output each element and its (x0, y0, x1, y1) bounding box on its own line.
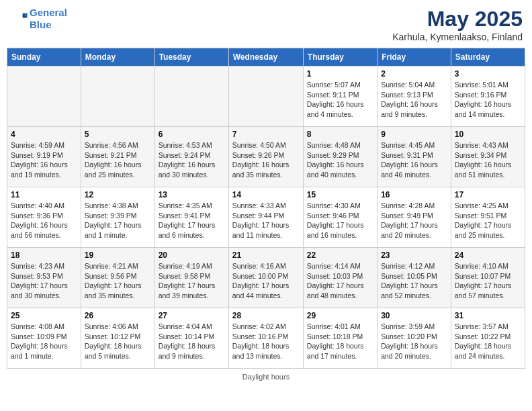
main-title: May 2025 (392, 7, 523, 32)
day-details: Sunrise: 4:14 AM Sunset: 10:03 PM Daylig… (307, 261, 373, 301)
day-number: 14 (232, 190, 300, 199)
calendar-table: SundayMondayTuesdayWednesdayThursdayFrid… (7, 48, 525, 369)
logo-text-line2: Blue (30, 19, 67, 31)
day-number: 9 (381, 130, 447, 139)
day-cell-5: 5Sunrise: 4:56 AM Sunset: 9:21 PM Daylig… (81, 127, 154, 187)
day-details: Sunrise: 4:08 AM Sunset: 10:09 PM Daylig… (11, 322, 77, 361)
day-details: Sunrise: 4:38 AM Sunset: 9:39 PM Dayligh… (85, 201, 151, 240)
day-cell-16: 16Sunrise: 4:28 AM Sunset: 9:49 PM Dayli… (378, 187, 451, 248)
day-details: Sunrise: 5:04 AM Sunset: 9:13 PM Dayligh… (381, 80, 447, 120)
header-row: SundayMondayTuesdayWednesdayThursdayFrid… (7, 48, 525, 66)
day-cell-23: 23Sunrise: 4:12 AM Sunset: 10:05 PM Dayl… (378, 248, 451, 308)
day-cell-28: 28Sunrise: 4:02 AM Sunset: 10:16 PM Dayl… (228, 308, 303, 369)
day-cell-12: 12Sunrise: 4:38 AM Sunset: 9:39 PM Dayli… (81, 187, 154, 248)
day-cell-2: 2Sunrise: 5:04 AM Sunset: 9:13 PM Daylig… (378, 66, 451, 127)
day-cell-24: 24Sunrise: 4:10 AM Sunset: 10:07 PM Dayl… (451, 248, 525, 308)
day-details: Sunrise: 4:30 AM Sunset: 9:46 PM Dayligh… (307, 201, 373, 240)
day-details: Sunrise: 4:35 AM Sunset: 9:41 PM Dayligh… (159, 201, 225, 240)
page-header: General Blue May 2025 Karhula, Kymenlaak… (7, 7, 525, 42)
day-number: 3 (455, 69, 521, 79)
day-cell-15: 15Sunrise: 4:30 AM Sunset: 9:46 PM Dayli… (303, 187, 377, 248)
title-block: May 2025 Karhula, Kymenlaakso, Finland (392, 7, 523, 42)
day-number: 7 (232, 130, 300, 139)
day-details: Sunrise: 4:40 AM Sunset: 9:36 PM Dayligh… (11, 201, 77, 240)
day-cell-30: 30Sunrise: 3:59 AM Sunset: 10:20 PM Dayl… (378, 308, 451, 369)
day-cell-1: 1Sunrise: 5:07 AM Sunset: 9:11 PM Daylig… (303, 66, 377, 127)
day-number: 22 (307, 250, 373, 260)
day-details: Sunrise: 4:10 AM Sunset: 10:07 PM Daylig… (455, 261, 521, 301)
logo-text-line1: General (30, 7, 67, 19)
day-number: 25 (11, 311, 77, 320)
day-number: 17 (455, 190, 521, 199)
day-details: Sunrise: 4:50 AM Sunset: 9:26 PM Dayligh… (232, 140, 300, 180)
day-details: Sunrise: 5:07 AM Sunset: 9:11 PM Dayligh… (307, 80, 373, 120)
week-row-3: 11Sunrise: 4:40 AM Sunset: 9:36 PM Dayli… (7, 187, 525, 248)
day-number: 26 (85, 311, 151, 320)
day-details: Sunrise: 4:59 AM Sunset: 9:19 PM Dayligh… (11, 140, 77, 180)
day-number: 2 (381, 69, 447, 79)
day-cell-7: 7Sunrise: 4:50 AM Sunset: 9:26 PM Daylig… (228, 127, 303, 187)
day-number: 6 (159, 130, 225, 139)
day-number: 20 (159, 250, 225, 260)
day-details: Sunrise: 4:19 AM Sunset: 9:58 PM Dayligh… (159, 261, 225, 301)
day-details: Sunrise: 4:21 AM Sunset: 9:56 PM Dayligh… (85, 261, 151, 301)
day-cell-18: 18Sunrise: 4:23 AM Sunset: 9:53 PM Dayli… (7, 248, 81, 308)
week-row-2: 4Sunrise: 4:59 AM Sunset: 9:19 PM Daylig… (7, 127, 525, 187)
day-cell-27: 27Sunrise: 4:04 AM Sunset: 10:14 PM Dayl… (154, 308, 228, 369)
day-cell-3: 3Sunrise: 5:01 AM Sunset: 9:16 PM Daylig… (451, 66, 525, 127)
day-number: 11 (11, 190, 77, 199)
day-details: Sunrise: 5:01 AM Sunset: 9:16 PM Dayligh… (455, 80, 521, 120)
empty-cell (81, 66, 154, 127)
day-details: Sunrise: 4:53 AM Sunset: 9:24 PM Dayligh… (159, 140, 225, 180)
logo-icon (9, 9, 28, 28)
day-cell-9: 9Sunrise: 4:45 AM Sunset: 9:31 PM Daylig… (378, 127, 451, 187)
empty-cell (7, 66, 81, 127)
day-header-saturday: Saturday (451, 48, 525, 66)
week-row-1: 1Sunrise: 5:07 AM Sunset: 9:11 PM Daylig… (7, 66, 525, 127)
day-header-monday: Monday (81, 48, 154, 66)
empty-cell (154, 66, 228, 127)
day-number: 24 (455, 250, 521, 260)
day-details: Sunrise: 4:56 AM Sunset: 9:21 PM Dayligh… (85, 140, 151, 180)
day-header-sunday: Sunday (7, 48, 81, 66)
day-number: 19 (85, 250, 151, 260)
footer-text: Daylight hours (7, 373, 525, 381)
day-cell-29: 29Sunrise: 4:01 AM Sunset: 10:18 PM Dayl… (303, 308, 377, 369)
day-cell-22: 22Sunrise: 4:14 AM Sunset: 10:03 PM Dayl… (303, 248, 377, 308)
day-details: Sunrise: 4:02 AM Sunset: 10:16 PM Daylig… (232, 322, 300, 361)
day-header-thursday: Thursday (303, 48, 377, 66)
day-number: 12 (85, 190, 151, 199)
day-cell-20: 20Sunrise: 4:19 AM Sunset: 9:58 PM Dayli… (154, 248, 228, 308)
day-details: Sunrise: 4:33 AM Sunset: 9:44 PM Dayligh… (232, 201, 300, 240)
day-details: Sunrise: 4:43 AM Sunset: 9:34 PM Dayligh… (455, 140, 521, 180)
day-details: Sunrise: 4:01 AM Sunset: 10:18 PM Daylig… (307, 322, 373, 361)
day-number: 18 (11, 250, 77, 260)
day-number: 27 (159, 311, 225, 320)
week-row-5: 25Sunrise: 4:08 AM Sunset: 10:09 PM Dayl… (7, 308, 525, 369)
day-number: 15 (307, 190, 373, 199)
day-cell-6: 6Sunrise: 4:53 AM Sunset: 9:24 PM Daylig… (154, 127, 228, 187)
day-cell-11: 11Sunrise: 4:40 AM Sunset: 9:36 PM Dayli… (7, 187, 81, 248)
day-cell-19: 19Sunrise: 4:21 AM Sunset: 9:56 PM Dayli… (81, 248, 154, 308)
day-details: Sunrise: 4:28 AM Sunset: 9:49 PM Dayligh… (381, 201, 447, 240)
day-header-tuesday: Tuesday (154, 48, 228, 66)
day-cell-8: 8Sunrise: 4:48 AM Sunset: 9:29 PM Daylig… (303, 127, 377, 187)
day-details: Sunrise: 4:48 AM Sunset: 9:29 PM Dayligh… (307, 140, 373, 180)
day-number: 4 (11, 130, 77, 139)
day-number: 28 (232, 311, 300, 320)
week-row-4: 18Sunrise: 4:23 AM Sunset: 9:53 PM Dayli… (7, 248, 525, 308)
day-details: Sunrise: 4:45 AM Sunset: 9:31 PM Dayligh… (381, 140, 447, 180)
day-number: 13 (159, 190, 225, 199)
day-details: Sunrise: 4:06 AM Sunset: 10:12 PM Daylig… (85, 322, 151, 361)
day-header-wednesday: Wednesday (228, 48, 303, 66)
day-number: 16 (381, 190, 447, 199)
day-cell-25: 25Sunrise: 4:08 AM Sunset: 10:09 PM Dayl… (7, 308, 81, 369)
day-number: 8 (307, 130, 373, 139)
day-number: 10 (455, 130, 521, 139)
day-cell-4: 4Sunrise: 4:59 AM Sunset: 9:19 PM Daylig… (7, 127, 81, 187)
day-cell-14: 14Sunrise: 4:33 AM Sunset: 9:44 PM Dayli… (228, 187, 303, 248)
day-details: Sunrise: 4:25 AM Sunset: 9:51 PM Dayligh… (455, 201, 521, 240)
day-header-friday: Friday (378, 48, 451, 66)
day-number: 21 (232, 250, 300, 260)
subtitle: Karhula, Kymenlaakso, Finland (392, 32, 523, 42)
